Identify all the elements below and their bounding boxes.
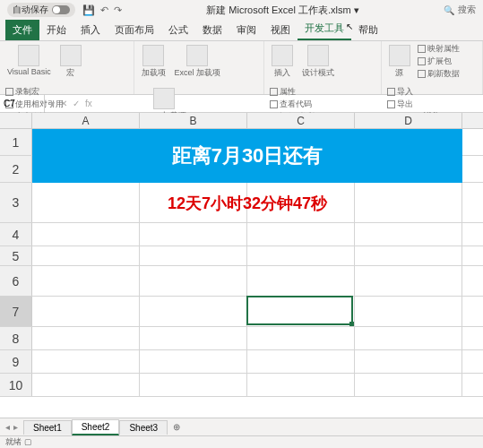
cell-B9[interactable] (140, 350, 247, 373)
cell-D8[interactable] (355, 327, 462, 349)
row-header-4[interactable]: 4 (0, 223, 32, 246)
insert-ctrl-button[interactable]: 插入 (270, 43, 295, 81)
source-button[interactable]: 源 (387, 43, 412, 81)
cell-A5[interactable] (32, 246, 140, 265)
row-header-3[interactable]: 3 (0, 183, 32, 222)
cell-A8[interactable] (32, 327, 140, 349)
enter-icon[interactable]: ✓ (73, 99, 80, 108)
row-header-8[interactable]: 8 (0, 327, 32, 349)
cell-C7[interactable] (247, 297, 355, 326)
cell-C4[interactable] (247, 223, 355, 246)
cell-B8[interactable] (140, 327, 247, 349)
ribbon-item[interactable]: 导入 (387, 86, 413, 98)
spreadsheet-grid: ABCD 12345678910 距离7月30日还有 12天7小时32分钟47秒 (0, 113, 483, 397)
cell-A9[interactable] (32, 350, 140, 373)
cell-C8[interactable] (247, 327, 355, 349)
cursor-icon: ↖ (346, 22, 353, 31)
cell-D7[interactable] (355, 297, 462, 326)
cell-D4[interactable] (355, 223, 462, 246)
redo-icon[interactable]: ↷ (114, 4, 122, 16)
countdown-value: 12天7小时32分钟47秒 (32, 183, 462, 223)
sheet-tab-sheet2[interactable]: Sheet2 (72, 419, 120, 435)
undo-icon[interactable]: ↶ (100, 4, 108, 16)
row-header-2[interactable]: 2 (0, 156, 32, 182)
cell-D9[interactable] (355, 350, 462, 373)
cell-C5[interactable] (247, 246, 355, 265)
row-header-10[interactable]: 10 (0, 374, 32, 396)
cell-A4[interactable] (32, 223, 140, 246)
ribbon-group: 插入设计模式属性查看代码运行对话框控件 (264, 41, 382, 94)
icon (387, 100, 395, 108)
row-header-1[interactable]: 1 (0, 129, 32, 155)
ribbon-item[interactable]: 映射属性 (418, 43, 460, 55)
ribbon-item[interactable]: 属性 (270, 86, 320, 98)
cell-B4[interactable] (140, 223, 247, 246)
tab-2[interactable]: 页面布局 (108, 20, 161, 40)
row-header-9[interactable]: 9 (0, 350, 32, 373)
tab-5[interactable]: 审阅 (229, 20, 263, 40)
tab-1[interactable]: 插入 (73, 20, 108, 40)
row-9: 9 (0, 350, 483, 374)
insert-ctrl-icon (272, 45, 293, 66)
cell-B6[interactable] (140, 266, 247, 296)
visual-basic-button[interactable]: Visual Basic (5, 43, 53, 78)
cell-C6[interactable] (247, 266, 355, 296)
tab-8[interactable]: 帮助 (351, 20, 385, 40)
addins-button[interactable]: 加载项 (140, 43, 168, 81)
cell-D5[interactable] (355, 246, 462, 265)
cell-B5[interactable] (140, 246, 247, 265)
search-label: 搜索 (458, 4, 476, 16)
sheet-tab-sheet3[interactable]: Sheet3 (119, 420, 168, 435)
checkbox-icon (270, 88, 278, 96)
cell-A10[interactable] (32, 374, 140, 396)
cell-D6[interactable] (355, 266, 462, 296)
auto-save-toggle[interactable]: 自动保存 (7, 3, 75, 17)
tab-6[interactable]: 视图 (263, 20, 298, 40)
row-header-6[interactable]: 6 (0, 266, 32, 296)
sheet-next-icon[interactable]: ▸ (13, 422, 18, 432)
cell-C9[interactable] (247, 350, 355, 373)
auto-save-label: 自动保存 (13, 4, 48, 16)
tab-0[interactable]: 开始 (39, 20, 73, 40)
tab-4[interactable]: 数据 (195, 20, 229, 40)
col-header-B[interactable]: B (140, 113, 247, 128)
ribbon-item[interactable]: 刷新数据 (418, 68, 460, 80)
ribbon-item[interactable]: 查看代码 (270, 99, 320, 110)
sheet-tab-sheet1[interactable]: Sheet1 (23, 420, 72, 435)
cell-B7[interactable] (140, 297, 247, 326)
excel-addins-button[interactable]: Excel 加载项 (173, 43, 223, 81)
cancel-icon[interactable]: ✕ (60, 99, 67, 108)
ribbon-tabs: 文件 开始插入页面布局公式数据审阅视图开发工具↖帮助 (0, 20, 483, 41)
fx-icon[interactable]: fx (85, 99, 92, 108)
macros-button[interactable]: 宏 (58, 43, 83, 81)
ribbon-item[interactable]: 导出 (387, 99, 413, 110)
sheet-prev-icon[interactable]: ◂ (5, 422, 10, 432)
design-mode-button[interactable]: 设计模式 (300, 43, 336, 81)
select-all-corner[interactable] (0, 113, 32, 128)
tab-7[interactable]: 开发工具↖ (298, 18, 351, 40)
column-headers: ABCD (0, 113, 483, 129)
col-header-A[interactable]: A (32, 113, 140, 128)
cell-D10[interactable] (355, 374, 462, 396)
col-header-D[interactable]: D (355, 113, 462, 128)
row-header-5[interactable]: 5 (0, 246, 32, 265)
search-box[interactable]: 🔍 搜索 (444, 4, 476, 16)
dropdown-icon[interactable]: ▾ (50, 99, 55, 108)
add-sheet-button[interactable]: ⊕ (168, 420, 185, 434)
macros-icon (60, 45, 82, 66)
cell-B10[interactable] (140, 374, 247, 396)
icon (387, 88, 395, 96)
ribbon-item[interactable]: 扩展包 (418, 56, 460, 67)
row-5: 5 (0, 246, 483, 266)
name-box[interactable]: C7 (0, 95, 45, 112)
save-icon[interactable]: 💾 (82, 4, 95, 16)
cell-A7[interactable] (32, 297, 140, 326)
col-header-C[interactable]: C (247, 113, 355, 128)
visual-basic-icon (18, 45, 39, 66)
cell-A6[interactable] (32, 266, 140, 296)
tab-file[interactable]: 文件 (5, 20, 39, 40)
tab-3[interactable]: 公式 (161, 20, 195, 40)
row-header-7[interactable]: 7 (0, 297, 32, 326)
search-icon: 🔍 (444, 5, 454, 15)
cell-C10[interactable] (247, 374, 355, 396)
